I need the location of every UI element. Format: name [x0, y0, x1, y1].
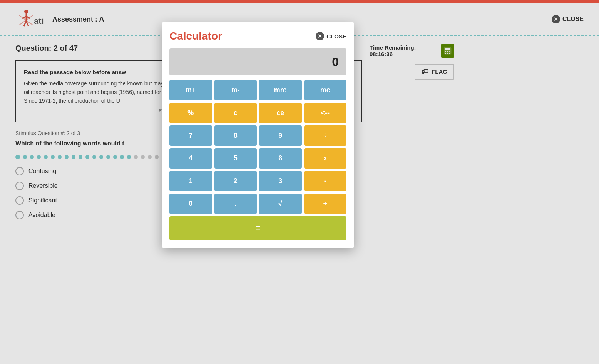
calc-btn-m[interactable]: m+ [169, 80, 212, 100]
calc-btn-0[interactable]: 0 [169, 194, 212, 214]
top-bar [0, 0, 599, 3]
calc-grid: m+m-mrcmc%cce<--789÷456x123-0.√+= [169, 80, 346, 240]
calc-btn-c[interactable]: c [214, 103, 257, 123]
calc-btn-5[interactable]: 5 [214, 148, 257, 169]
calc-btn-8[interactable]: 8 [214, 125, 257, 146]
calc-header: Calculator ✕ CLOSE [169, 30, 346, 42]
calc-btn-[interactable]: . [214, 194, 257, 214]
calc-btn-3[interactable]: 3 [259, 171, 302, 191]
calc-close-button[interactable]: ✕ CLOSE [316, 32, 346, 40]
calc-btn-[interactable]: √ [259, 194, 302, 214]
calc-btn-[interactable]: = [169, 216, 346, 240]
calc-btn-7[interactable]: 7 [169, 125, 212, 146]
calc-btn-x[interactable]: x [304, 148, 347, 169]
calc-btn-[interactable]: ÷ [304, 125, 347, 146]
calc-btn-6[interactable]: 6 [259, 148, 302, 169]
calc-btn-[interactable]: - [304, 171, 347, 191]
calc-btn-[interactable]: <-- [304, 103, 347, 123]
calc-btn-2[interactable]: 2 [214, 171, 257, 191]
calc-display: 0 [169, 48, 346, 75]
calc-close-label: CLOSE [326, 33, 346, 40]
calc-btn-ce[interactable]: ce [259, 103, 302, 123]
calc-close-circle-icon: ✕ [316, 32, 324, 40]
calc-btn-m[interactable]: m- [214, 80, 257, 100]
main-container: ati Assessment : A ✕ CLOSE Question: 2 o… [0, 3, 599, 364]
calculator-modal: Calculator ✕ CLOSE 0 m+m-mrcmc%cce<--789… [162, 22, 354, 248]
calc-title: Calculator [169, 30, 222, 42]
calc-btn-4[interactable]: 4 [169, 148, 212, 169]
calc-btn-1[interactable]: 1 [169, 171, 212, 191]
calc-btn-mrc[interactable]: mrc [259, 80, 302, 100]
calc-btn-mc[interactable]: mc [304, 80, 347, 100]
calc-display-value: 0 [332, 55, 339, 69]
calc-btn-[interactable]: + [304, 194, 347, 214]
calc-btn-[interactable]: % [169, 103, 212, 123]
calc-btn-9[interactable]: 9 [259, 125, 302, 146]
